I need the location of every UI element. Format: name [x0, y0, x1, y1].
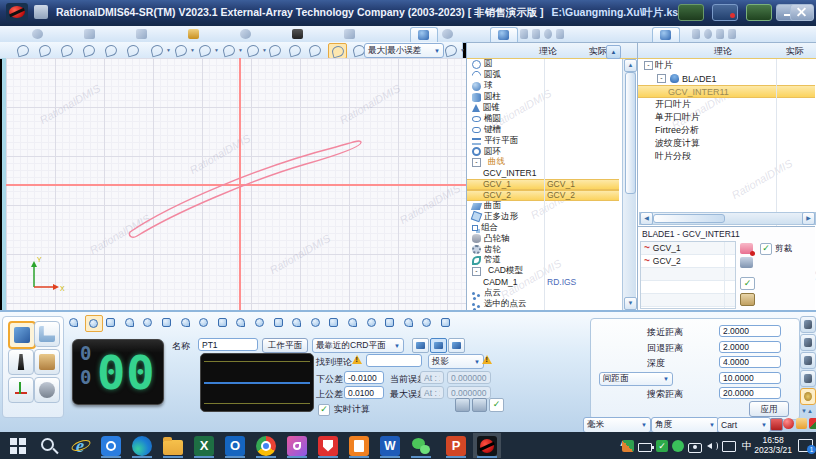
remote-monitor-icon[interactable] — [712, 4, 738, 21]
extra-tool-icon[interactable]: ▼ — [442, 43, 459, 57]
curve-feature-icon[interactable] — [326, 315, 342, 330]
app-file-explorer[interactable] — [159, 433, 187, 458]
phone-feature-icon[interactable] — [438, 315, 454, 330]
extra-tool-caret[interactable]: ▼ — [460, 47, 465, 53]
machine-mode-button[interactable] — [8, 321, 36, 349]
tray-display-icon[interactable] — [722, 441, 736, 452]
surface-feature-icon[interactable] — [345, 315, 361, 330]
line-feature-icon[interactable] — [122, 315, 138, 330]
probe-toggle-icon[interactable] — [412, 338, 429, 353]
found-theory-input[interactable] — [366, 354, 422, 367]
tab-icon-4[interactable] — [186, 27, 202, 41]
tab-icon-5[interactable] — [238, 27, 254, 41]
collapse-panel-button[interactable]: ▲ — [606, 45, 621, 59]
error-mode-dropdown[interactable]: 最大|最小误差▼ — [364, 43, 444, 58]
blade-tree-item[interactable]: 开口叶片 — [638, 98, 815, 111]
feature-tree-item[interactable]: 曲面 — [467, 201, 619, 212]
feature-tree-item[interactable]: -CAD模型 — [467, 266, 619, 277]
tab-icon-6[interactable] — [290, 27, 306, 41]
feature-tree-item[interactable]: 圆锥 — [467, 103, 619, 114]
tray-volume-icon[interactable] — [706, 440, 718, 452]
tray-color-icon[interactable] — [622, 440, 634, 452]
notification-center-icon[interactable]: 1 — [798, 439, 813, 452]
probe-mode-icon[interactable] — [66, 315, 82, 330]
tab-icon-3[interactable] — [134, 27, 150, 41]
clip-checkbox-row[interactable]: ✓ 剪裁 — [760, 243, 792, 255]
feature-tree-item[interactable]: 管道 — [467, 255, 619, 266]
probe-tool-icon-1-caret[interactable]: ▼ — [166, 47, 171, 53]
param-value-input[interactable] — [719, 356, 781, 368]
monitor-tool-icon[interactable] — [124, 43, 141, 57]
tree-expander-icon[interactable]: - — [472, 158, 481, 167]
probe-mode-button[interactable] — [8, 349, 34, 375]
projection-dropdown[interactable]: 投影▼ — [428, 354, 484, 369]
app-excel[interactable] — [190, 433, 218, 458]
clear-icon[interactable] — [472, 398, 487, 412]
tree-expander-icon[interactable]: - — [472, 267, 481, 276]
upper-tolerance-input[interactable] — [344, 386, 384, 399]
probe-tool-icon-1[interactable]: ▼ — [148, 43, 165, 57]
probe-tool-icon-4-caret[interactable]: ▼ — [238, 47, 243, 53]
blade-tree-item[interactable]: 单开口叶片 — [638, 111, 815, 124]
ellipse-feature-icon[interactable] — [252, 315, 268, 330]
param-value-input[interactable] — [719, 372, 781, 384]
section-row[interactable]: ~GCV_1 — [641, 242, 735, 255]
pipe-feature-icon[interactable] — [419, 315, 435, 330]
ime-indicator[interactable]: 中 — [742, 432, 752, 459]
workplane-button[interactable]: 工作平面 — [262, 338, 308, 353]
feature-tree-item[interactable]: 齿轮 — [467, 244, 619, 255]
mini-icon-2[interactable] — [530, 27, 539, 41]
param-value-input[interactable] — [719, 387, 781, 399]
tray-battery-icon[interactable] — [638, 443, 652, 452]
blade-tree-item[interactable]: 叶片分段 — [638, 150, 815, 163]
feature-tree-item[interactable]: 键槽 — [467, 124, 619, 135]
origin-tool-icon[interactable] — [14, 43, 31, 57]
close-button[interactable] — [790, 4, 814, 21]
app-outlook[interactable] — [221, 433, 249, 458]
section-row[interactable] — [641, 268, 735, 281]
app-blue[interactable] — [97, 433, 125, 458]
name-input[interactable] — [198, 338, 258, 351]
probe-tool-icon-4[interactable]: ▼ — [220, 43, 237, 57]
torus-feature-icon[interactable] — [308, 315, 324, 330]
param-value-input[interactable] — [719, 325, 781, 337]
app-internet-explorer[interactable] — [66, 433, 94, 458]
axes-mode-button[interactable] — [8, 377, 34, 403]
arc-feature-icon[interactable] — [178, 315, 194, 330]
pan-tool-icon[interactable] — [58, 43, 75, 57]
image-tool-icon[interactable] — [102, 43, 119, 57]
feature-tree-item[interactable]: 球 — [467, 81, 619, 92]
feature-tree-item[interactable]: GCV_1GCV_1 — [467, 179, 619, 190]
eraser-icon[interactable] — [740, 257, 753, 268]
slot-feature-icon[interactable] — [271, 315, 287, 330]
feature-tree-item[interactable]: 圆环 — [467, 146, 619, 157]
probe-side-icon[interactable] — [800, 334, 816, 351]
probe-tool-icon-3-caret[interactable]: ▼ — [214, 47, 219, 53]
tools-mode-button[interactable] — [34, 377, 60, 403]
plot-status-icon[interactable] — [770, 418, 783, 431]
clip-status-icon[interactable] — [809, 418, 816, 429]
confirm-check-icon[interactable]: ✓ — [489, 398, 504, 412]
probe-tool-icon-2[interactable]: ▼ — [172, 43, 189, 57]
mini-icon-6[interactable] — [702, 27, 711, 41]
clip-checkbox[interactable]: ✓ — [760, 243, 772, 255]
section-row[interactable] — [641, 281, 735, 294]
app-word[interactable] — [376, 433, 404, 458]
probe-tool-icon-3[interactable]: ▼ — [196, 43, 213, 57]
blade-tree-item[interactable]: 波纹度计算 — [638, 137, 815, 150]
start-button[interactable] — [4, 433, 32, 458]
feature-tree-item[interactable]: 凸轮轴 — [467, 233, 619, 244]
tray-camera-icon[interactable] — [688, 443, 702, 453]
graphics-viewport[interactable]: RationalDMISRationalDMISRationalDMISRati… — [2, 58, 466, 310]
app-powerpoint[interactable] — [442, 433, 470, 458]
feature-tree-item[interactable]: GCV_INTER1 — [467, 168, 619, 179]
taskbar-search-button[interactable] — [35, 433, 63, 458]
frame-toggle-icon[interactable] — [448, 338, 465, 353]
cylinder-feature-icon[interactable] — [215, 315, 231, 330]
tray-clock[interactable]: 16:58 2023/3/21 — [754, 435, 792, 455]
mini-icon-7[interactable] — [714, 27, 723, 41]
param-value-input[interactable] — [719, 341, 781, 353]
mini-icon-4[interactable] — [554, 27, 563, 41]
app-paint[interactable] — [283, 433, 311, 458]
scan-tool-icon-2[interactable] — [286, 43, 303, 57]
